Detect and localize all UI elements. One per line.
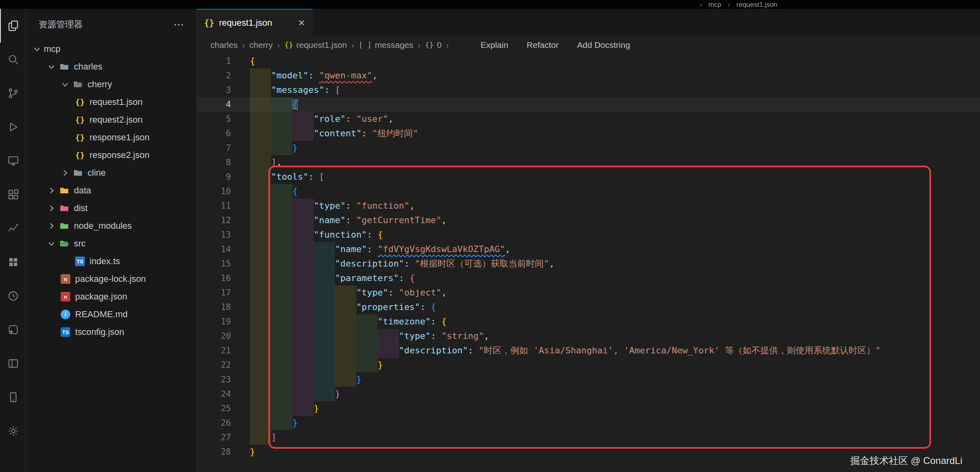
more-actions-icon[interactable]: ⋯ <box>174 18 185 31</box>
code-line-23[interactable]: 23 } <box>197 372 980 387</box>
code-token: , <box>441 287 447 298</box>
npm-icon: n <box>59 292 71 302</box>
tree-item-response1-json[interactable]: {}response1.json <box>26 129 196 146</box>
tree-item-index-ts[interactable]: TSindex.ts <box>26 252 196 270</box>
codelens-add-docstring[interactable]: Add Docstring <box>577 40 630 50</box>
search-icon[interactable] <box>0 43 25 76</box>
code-line-21[interactable]: 21 "description": "时区，例如 'Asia/Shanghai'… <box>197 343 980 358</box>
code-line-25[interactable]: 25 } <box>197 401 980 416</box>
tab-request1-json[interactable]: {} request1.json × <box>197 9 312 36</box>
grid-apps-icon[interactable] <box>0 245 25 279</box>
code-line-20[interactable]: 20 "type": "string", <box>197 329 980 343</box>
tree-item-cherry[interactable]: cherry <box>26 76 196 93</box>
code-token: : <box>367 230 378 240</box>
code-token: } <box>292 143 298 153</box>
indent-guide <box>271 112 292 126</box>
layout-panels-icon[interactable] <box>0 347 25 380</box>
code-token: } <box>250 447 255 457</box>
code-line-17[interactable]: 17 "type": "object", <box>197 285 980 300</box>
codelens-refactor[interactable]: Refactor <box>527 40 558 50</box>
breadcrumb-item-request1-json[interactable]: {}request1.json <box>284 40 347 50</box>
code-line-5[interactable]: 5 "role": "user", <box>197 112 980 126</box>
settings-gear-icon[interactable] <box>0 414 25 448</box>
breadcrumb-item-messages[interactable]: [ ]messages <box>359 40 413 50</box>
breadcrumb-item-0[interactable]: {}0 <box>425 40 441 50</box>
indent-guide <box>271 387 292 401</box>
code-line-4[interactable]: 4 { <box>197 97 980 112</box>
code-line-18[interactable]: 18 "properties": { <box>197 300 980 314</box>
line-number: 19 <box>197 314 231 329</box>
indent-guide <box>250 112 271 126</box>
source-control-icon[interactable] <box>0 76 25 110</box>
device-preview-icon[interactable] <box>0 380 25 414</box>
history-icon[interactable] <box>0 279 25 313</box>
extensions-icon[interactable] <box>0 178 25 211</box>
tree-item-package-lock-json[interactable]: npackage-lock.json <box>26 270 196 288</box>
code-line-6[interactable]: 6 "content": "纽约时间" <box>197 126 980 141</box>
codelens-explain[interactable]: Explain <box>480 40 508 50</box>
code-line-26[interactable]: 26 } <box>197 416 980 430</box>
code-line-16[interactable]: 16 "parameters": { <box>197 271 980 285</box>
tree-item-readme-md[interactable]: iREADME.md <box>26 306 196 323</box>
tree-item-label: src <box>74 238 86 249</box>
tree-item-node-modules[interactable]: node_modules <box>26 217 196 235</box>
indent-guide <box>314 358 335 372</box>
tab-close-icon[interactable]: × <box>298 17 305 29</box>
line-number: 17 <box>197 285 231 300</box>
indent-guide <box>292 112 314 126</box>
code-line-22[interactable]: 22 } <box>197 358 980 372</box>
code-line-12[interactable]: 12 "name": "getCurrentTime", <box>197 213 980 228</box>
code-token: "纽约时间" <box>372 128 419 138</box>
indent-guide <box>292 300 314 314</box>
line-number: 13 <box>197 228 231 242</box>
tree-item-tsconfig-json[interactable]: TStsconfig.json <box>26 323 196 341</box>
indent-guide <box>250 213 271 228</box>
indent-guide <box>271 416 292 430</box>
tree-item-label: cline <box>88 168 106 178</box>
code-line-7[interactable]: 7 } <box>197 141 980 155</box>
tree-item-src[interactable]: src <box>26 235 196 252</box>
tree-item-request2-json[interactable]: {}request2.json <box>26 111 196 129</box>
indent-guide <box>335 329 356 343</box>
tree-item-request1-json[interactable]: {}request1.json <box>26 93 196 111</box>
tree-item-response2-json[interactable]: {}response2.json <box>26 146 196 164</box>
code-token: "type" <box>399 331 431 341</box>
tree-item-charles[interactable]: charles <box>26 58 196 76</box>
tree-item-package-json[interactable]: npackage.json <box>26 288 196 306</box>
code-line-10[interactable]: 10 { <box>197 184 980 199</box>
activity-graph-icon[interactable] <box>0 211 25 245</box>
indent-guide <box>250 387 271 401</box>
code-line-2[interactable]: 2 "model": "qwen-max", <box>197 68 980 83</box>
code-line-11[interactable]: 11 "type": "function", <box>197 199 980 213</box>
code-line-8[interactable]: 8 ], <box>197 155 980 170</box>
tree-item-mcp[interactable]: mcp <box>26 40 196 58</box>
indent-guide <box>314 257 335 271</box>
code-token: { <box>292 186 298 196</box>
code-token: { <box>250 56 255 66</box>
breadcrumb-item-charles[interactable]: charles <box>210 40 238 50</box>
code-line-13[interactable]: 13 "function": { <box>197 228 980 242</box>
breadcrumb-item-cherry[interactable]: cherry <box>249 40 273 50</box>
tree-item-data[interactable]: data <box>26 182 196 199</box>
code-editor[interactable]: 1{2 "model": "qwen-max",3 "messages": [4… <box>197 54 980 472</box>
code-token: : <box>367 244 378 254</box>
run-debug-icon[interactable] <box>0 110 25 144</box>
indent-guide <box>314 372 335 387</box>
tree-item-dist[interactable]: dist <box>26 199 196 217</box>
code-line-24[interactable]: 24 } <box>197 387 980 401</box>
remote-explorer-icon[interactable] <box>0 144 25 178</box>
tree-item-label: tsconfig.json <box>75 327 124 337</box>
code-line-9[interactable]: 9 "tools": [ <box>197 170 980 184</box>
ts-config-icon: TS <box>59 327 71 337</box>
code-line-3[interactable]: 3 "messages": [ <box>197 83 980 97</box>
code-line-27[interactable]: 27 ] <box>197 430 980 445</box>
watermark: 掘金技术社区 @ ConardLi <box>850 454 962 467</box>
code-line-19[interactable]: 19 "timezone": { <box>197 314 980 329</box>
tree-item-cline[interactable]: cline <box>26 164 196 182</box>
live-server-icon[interactable] <box>0 313 25 347</box>
code-line-14[interactable]: 14 "name": "fdVYgVsgKdswLaVkOZTpAG", <box>197 242 980 257</box>
code-token: { <box>431 302 436 312</box>
explorer-icon[interactable] <box>0 9 25 43</box>
code-line-1[interactable]: 1{ <box>197 54 980 68</box>
code-line-15[interactable]: 15 "description": "根据时区（可选）获取当前时间", <box>197 257 980 271</box>
